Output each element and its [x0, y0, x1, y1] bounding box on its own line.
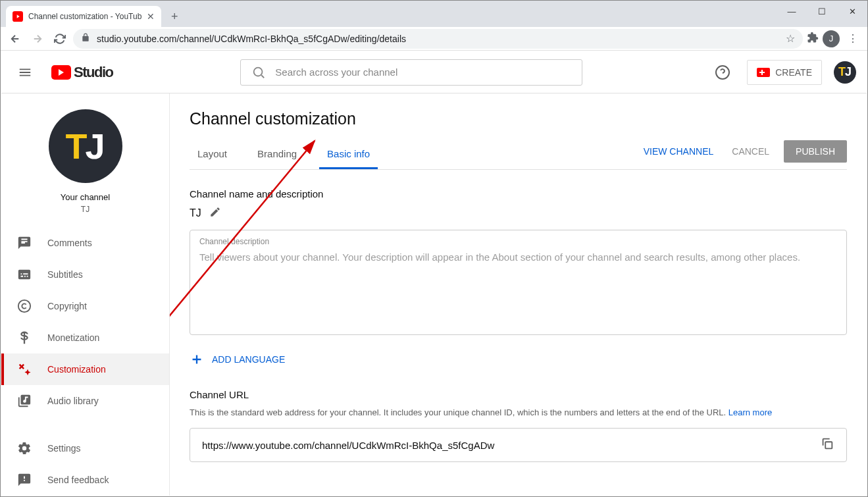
header-actions: VIEW CHANNEL CANCEL PUBLISH	[640, 140, 847, 169]
section-heading: Channel URL	[190, 389, 847, 400]
channel-url-subtext: This is the standard web address for you…	[190, 407, 847, 419]
sidebar-item-label: Audio library	[47, 396, 99, 406]
copyright-icon	[17, 299, 32, 313]
tab-basic-info[interactable]: Basic info	[319, 142, 378, 169]
channel-url-value[interactable]: https://www.youtube.com/channel/UCdkWmRc…	[202, 440, 815, 451]
browser-window: Channel customization - YouTub ✕ + — ☐ ✕…	[0, 0, 868, 497]
sidebar-item-copyright[interactable]: Copyright	[1, 290, 169, 322]
studio-logo[interactable]: Studio	[51, 64, 113, 81]
omnibox[interactable]: studio.youtube.com/channel/UCdkWmRcI-Bkh…	[73, 29, 803, 49]
copy-url-icon[interactable]	[815, 431, 840, 459]
sidebar-item-audio-library[interactable]: Audio library	[1, 385, 169, 417]
address-bar: studio.youtube.com/channel/UCdkWmRcI-Bkh…	[1, 27, 867, 51]
svg-point-3	[18, 300, 30, 312]
header-right: CREATE TJ	[710, 60, 856, 85]
section-heading: Channel name and description	[190, 188, 847, 199]
search-box[interactable]	[240, 59, 582, 86]
edit-name-icon[interactable]	[209, 206, 221, 221]
channel-name-value: TJ	[190, 207, 201, 219]
publish-button[interactable]: PUBLISH	[784, 140, 847, 163]
search-wrap	[126, 59, 697, 86]
browser-titlebar: Channel customization - YouTub ✕ + — ☐ ✕	[1, 1, 867, 27]
window-controls: — ☐ ✕	[777, 1, 867, 22]
channel-url-box: https://www.youtube.com/channel/UCdkWmRc…	[190, 428, 847, 462]
search-icon	[251, 65, 266, 80]
close-window-button[interactable]: ✕	[837, 1, 867, 22]
learn-more-link[interactable]: Learn more	[728, 407, 772, 417]
browser-profile-avatar[interactable]: J	[823, 30, 840, 47]
description-label: Channel description	[199, 237, 837, 246]
sidebar-item-feedback[interactable]: Send feedback	[1, 464, 169, 496]
create-label: CREATE	[775, 67, 812, 78]
app-header: Studio CREATE TJ	[1, 51, 867, 93]
monetization-icon	[17, 330, 32, 345]
tab-title: Channel customization - YouTub	[28, 12, 141, 21]
page-title: Channel customization	[190, 109, 847, 128]
channel-name-row: TJ	[190, 206, 847, 221]
studio-logo-text: Studio	[74, 64, 113, 81]
create-button[interactable]: CREATE	[747, 60, 822, 85]
sidebar-item-monetization[interactable]: Monetization	[1, 322, 169, 353]
minimize-button[interactable]: —	[777, 1, 807, 22]
close-tab-icon[interactable]: ✕	[147, 11, 155, 22]
youtube-favicon-icon	[13, 11, 23, 22]
sidebar-item-settings[interactable]: Settings	[1, 432, 169, 464]
extensions-icon[interactable]	[807, 32, 819, 46]
youtube-logo-icon	[51, 65, 71, 80]
svg-rect-4	[825, 442, 832, 448]
sidebar-item-customization[interactable]: Customization	[1, 353, 169, 385]
audio-library-icon	[17, 394, 32, 408]
account-avatar[interactable]: TJ	[834, 61, 856, 84]
tabs-row: Layout Branding Basic info VIEW CHANNEL …	[190, 140, 847, 170]
cancel-button[interactable]: CANCEL	[728, 141, 773, 162]
search-input[interactable]	[275, 66, 571, 78]
maximize-button[interactable]: ☐	[807, 1, 837, 22]
gear-icon	[17, 441, 32, 456]
tabs: Layout Branding Basic info	[190, 142, 378, 169]
subtitles-icon	[17, 267, 32, 282]
customization-icon	[17, 362, 32, 377]
sidebar-item-label: Settings	[47, 443, 81, 454]
tab-layout[interactable]: Layout	[190, 142, 235, 169]
sidebar-item-label: Comments	[47, 238, 92, 248]
hamburger-menu-icon[interactable]	[12, 59, 38, 86]
reload-button[interactable]	[51, 30, 69, 48]
description-textarea[interactable]: Channel description Tell viewers about y…	[190, 230, 847, 335]
browser-menu-icon[interactable]: ⋮	[844, 32, 862, 45]
plus-icon	[190, 352, 204, 367]
new-tab-button[interactable]: +	[165, 7, 184, 26]
lock-icon	[81, 33, 90, 44]
tab-branding[interactable]: Branding	[249, 142, 305, 169]
channel-avatar[interactable]: TJ	[49, 109, 122, 183]
sidebar-item-label: Send feedback	[47, 475, 109, 485]
browser-tab[interactable]: Channel customization - YouTub ✕	[6, 6, 161, 27]
app-body: TJ Your channel TJ Comments Subtitles Co…	[1, 93, 867, 496]
sidebar-item-comments[interactable]: Comments	[1, 227, 169, 259]
channel-block: TJ Your channel TJ	[1, 104, 169, 227]
main-content: Channel customization Layout Branding Ba…	[170, 93, 867, 496]
sidebar-item-label: Monetization	[47, 332, 99, 343]
description-placeholder: Tell viewers about your channel. Your de…	[199, 250, 837, 265]
sidebar-item-subtitles[interactable]: Subtitles	[1, 259, 169, 290]
view-channel-button[interactable]: VIEW CHANNEL	[640, 141, 718, 162]
create-icon	[757, 68, 770, 77]
channel-url-section: Channel URL This is the standard web add…	[190, 389, 847, 462]
sidebar-item-label: Subtitles	[47, 269, 83, 280]
forward-button[interactable]	[28, 30, 47, 48]
comments-icon	[17, 236, 32, 250]
feedback-icon	[17, 473, 32, 487]
url-text: studio.youtube.com/channel/UCdkWmRcI-Bkh…	[97, 34, 779, 44]
sidebar-item-label: Copyright	[47, 301, 87, 311]
help-icon[interactable]	[710, 60, 735, 85]
add-language-button[interactable]: ADD LANGUAGE	[190, 348, 847, 371]
name-description-section: Channel name and description TJ Channel …	[190, 188, 847, 371]
sidebar: TJ Your channel TJ Comments Subtitles Co…	[1, 93, 170, 496]
bookmark-star-icon[interactable]: ☆	[786, 32, 795, 45]
sidebar-item-label: Customization	[47, 364, 106, 375]
back-button[interactable]	[6, 30, 24, 48]
channel-name-small: TJ	[81, 205, 89, 214]
svg-point-1	[254, 67, 263, 76]
your-channel-label: Your channel	[61, 192, 110, 202]
app-container: Studio CREATE TJ TJ	[1, 51, 867, 496]
